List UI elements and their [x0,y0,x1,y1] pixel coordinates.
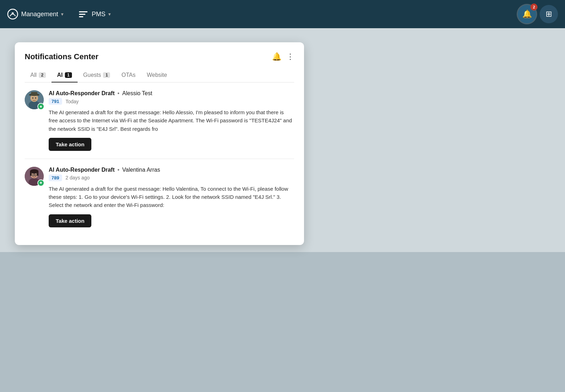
svg-point-10 [32,97,34,99]
notif-meta-2: 789 2 days ago [49,174,294,181]
tab-guests-badge: 1 [103,72,110,78]
notification-list: ★ AI Auto-Responder Draft • Alessio Test… [25,82,294,235]
grid-menu-button[interactable]: ⊞ [540,5,558,23]
notif-person-1: Alessio Test [122,90,152,97]
management-chevron-icon: ▾ [61,11,63,17]
svg-point-1 [12,12,14,14]
notification-tabs: All 2 AI 1 Guests 1 OTAs Website [25,68,294,82]
svg-point-22 [35,174,36,175]
svg-rect-3 [79,14,85,15]
pms-icon [78,8,89,20]
grid-icon: ⊞ [546,10,552,19]
tab-otas[interactable]: OTAs [116,68,141,82]
svg-point-21 [32,174,33,175]
pms-menu[interactable]: PMS ▾ [78,8,111,20]
panel-bell-icon[interactable]: 🔔 [272,52,281,61]
ai-badge-2: ★ [37,179,44,186]
panel-more-icon[interactable]: ⋮ [286,52,294,61]
pms-chevron-icon: ▾ [108,11,111,17]
navbar-left: Management ▾ PMS ▾ [7,8,111,20]
notif-time-1: Today [66,99,79,104]
panel-header-actions: 🔔 ⋮ [272,52,294,61]
management-menu[interactable]: Management ▾ [7,8,63,20]
notification-button[interactable]: 🔔 2 [518,5,536,23]
take-action-button-2[interactable]: Take action [49,214,91,227]
tab-ai-label: AI [57,72,63,78]
navbar: Management ▾ PMS ▾ 🔔 2 ⊞ [0,0,565,28]
notif-top-1: ★ AI Auto-Responder Draft • Alessio Test… [25,90,294,151]
tab-all-label: All [30,72,37,78]
tab-guests[interactable]: Guests 1 [78,68,116,82]
svg-rect-9 [31,92,37,96]
notif-person-2: Valentina Arras [122,167,160,173]
panel-header: Notifications Center 🔔 ⋮ [25,52,294,61]
main-area: Notifications Center 🔔 ⋮ All 2 AI 1 Gues… [0,28,565,252]
ai-star-icon-1: ★ [39,104,43,109]
svg-rect-17 [37,171,38,176]
notif-content-1: AI Auto-Responder Draft • Alessio Test 7… [49,90,294,151]
panel-title: Notifications Center [25,52,98,61]
tab-ai-badge: 1 [65,72,72,78]
notification-item: ★ AI Auto-Responder Draft • Alessio Test… [25,82,294,159]
notif-separator-2: • [117,167,120,173]
tab-website-label: Website [147,72,167,78]
svg-rect-16 [30,171,31,176]
notif-top-2: ★ AI Auto-Responder Draft • Valentina Ar… [25,167,294,227]
notif-id-2: 789 [49,174,62,181]
ai-badge-1: ★ [37,103,44,110]
notif-time-2: 2 days ago [66,175,90,180]
tab-ai[interactable]: AI 1 [51,68,78,82]
management-icon [7,8,18,20]
notif-separator-1: • [117,90,120,97]
notification-item-2: ★ AI Auto-Responder Draft • Valentina Ar… [25,159,294,235]
notif-title-1: AI Auto-Responder Draft [49,90,115,97]
pms-label: PMS [92,11,105,18]
tab-otas-label: OTAs [121,72,135,78]
notif-message-2: The AI generated a draft for the guest m… [49,185,294,209]
notification-panel: Notifications Center 🔔 ⋮ All 2 AI 1 Gues… [15,42,304,245]
navbar-right: 🔔 2 ⊞ [518,5,558,23]
avatar-container-2: ★ [25,167,44,186]
svg-rect-4 [79,16,83,17]
tab-all-badge: 2 [39,72,46,78]
notif-meta-1: 791 Today [49,98,294,105]
management-label: Management [21,11,58,18]
ai-star-icon-2: ★ [39,180,43,185]
take-action-button-1[interactable]: Take action [49,138,91,151]
notif-title-2: AI Auto-Responder Draft [49,167,115,173]
tab-website[interactable]: Website [141,68,173,82]
notif-content-2: AI Auto-Responder Draft • Valentina Arra… [49,167,294,227]
bell-icon: 🔔 [522,10,532,19]
avatar-container-1: ★ [25,90,44,109]
notif-title-row-2: AI Auto-Responder Draft • Valentina Arra… [49,167,294,173]
notif-title-row-1: AI Auto-Responder Draft • Alessio Test [49,90,294,97]
svg-point-11 [35,97,36,99]
notif-message-1: The AI generated a draft for the guest m… [49,108,294,133]
tab-guests-label: Guests [83,72,101,78]
tab-all[interactable]: All 2 [25,68,51,82]
svg-rect-2 [79,11,87,12]
notification-count-badge: 2 [530,4,537,11]
notif-id-1: 791 [49,98,62,105]
